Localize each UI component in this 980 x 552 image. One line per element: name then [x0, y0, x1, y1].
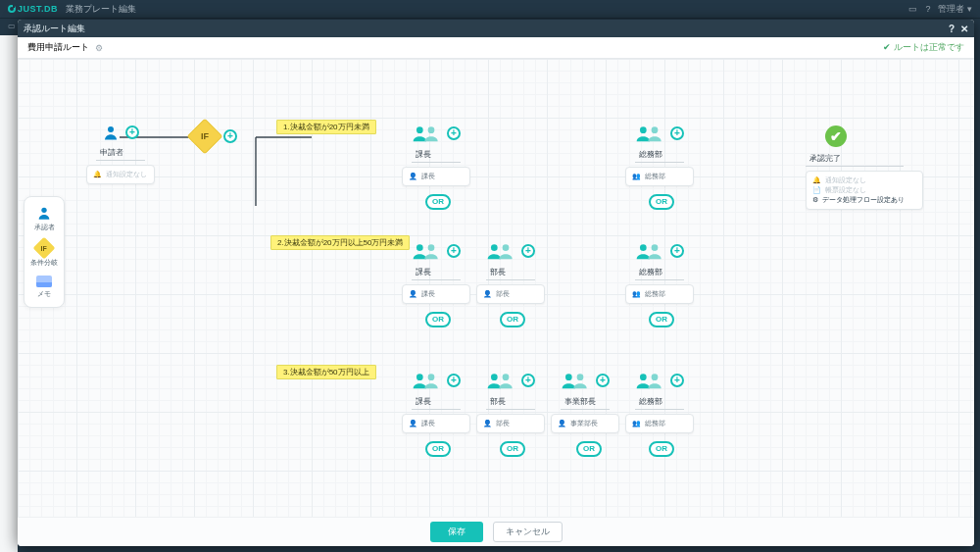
node-label: 承認完了 [806, 153, 904, 167]
or-badge: OR [425, 194, 451, 210]
condition-tag-3[interactable]: 3.決裁金額が50万円以上 [276, 365, 376, 379]
add-node-button[interactable]: + [125, 125, 139, 139]
node-approver-r2-somu[interactable]: + 総務部 👥総務部 [625, 241, 694, 304]
add-node-button[interactable]: + [521, 244, 535, 258]
svg-point-11 [640, 126, 647, 133]
messages-icon[interactable]: ▭ [908, 4, 917, 14]
add-node-button[interactable]: + [670, 374, 684, 387]
node-detail: 🔔通知設定なし [86, 165, 155, 184]
svg-point-25 [640, 374, 647, 380]
node-approver-r3-bucho[interactable]: + 部長 👤部長 [476, 371, 545, 433]
svg-point-14 [428, 244, 435, 251]
group-icon [412, 371, 441, 390]
add-node-button[interactable]: + [447, 374, 461, 387]
modal-help-icon[interactable]: ? [949, 24, 955, 34]
node-decision[interactable]: IF + [192, 124, 237, 149]
modal-close-icon[interactable]: ✕ [960, 24, 968, 34]
svg-point-23 [565, 374, 572, 380]
node-approver-r2-bucho[interactable]: + 部長 👤部長 [476, 241, 545, 304]
node-approver-r2-kacho[interactable]: + 課長 👤課長 [402, 241, 470, 304]
node-applicant[interactable]: + 申請者 🔔通知設定なし [86, 124, 155, 184]
bell-icon: 🔔 [93, 171, 102, 178]
modal-footer: 保存 キャンセル [18, 517, 974, 546]
or-badge: OR [649, 441, 674, 457]
bell-icon: 🔔 [812, 176, 821, 184]
svg-point-17 [640, 244, 647, 251]
svg-point-9 [416, 126, 423, 133]
svg-point-13 [416, 244, 423, 251]
or-badge: OR [500, 441, 525, 457]
route-settings-icon[interactable]: ⚙ [95, 43, 103, 53]
modal-header: 承認ルート編集 ? ✕ [18, 20, 974, 37]
background-panel [0, 35, 18, 552]
modal-subheader: 費用申請ルート ⚙ ルートは正常です [18, 37, 974, 59]
node-approver-r3-somu[interactable]: + 総務部 👥総務部 [625, 371, 694, 433]
modal-title: 承認ルート編集 [24, 23, 85, 35]
svg-point-0 [41, 208, 46, 213]
svg-point-15 [491, 244, 498, 251]
document-icon: 📄 [812, 186, 821, 194]
app-topbar: JUST.DB 業務プレート編集 ▭ ? 管理者 ▾ [0, 0, 980, 18]
or-badge: OR [425, 312, 451, 327]
svg-point-22 [503, 374, 510, 380]
app-section-title: 業務プレート編集 [66, 3, 136, 16]
group-icon [412, 241, 441, 261]
node-approver-r1-somu[interactable]: + 総務部 👥総務部 [625, 124, 694, 186]
svg-point-24 [577, 374, 584, 380]
or-badge: OR [649, 194, 674, 210]
svg-point-8 [108, 126, 114, 132]
svg-point-20 [428, 374, 435, 380]
check-icon: ✔ [825, 125, 847, 147]
add-node-button[interactable]: + [223, 129, 237, 143]
connectors [18, 59, 312, 206]
person-icon [36, 205, 52, 221]
svg-point-21 [491, 374, 498, 380]
svg-point-10 [428, 126, 435, 133]
svg-point-16 [503, 244, 510, 251]
save-button[interactable]: 保存 [430, 522, 483, 542]
node-label: 課長 [412, 149, 461, 163]
group-icon [635, 241, 664, 261]
memo-icon [36, 276, 52, 287]
condition-tag-2[interactable]: 2.決裁金額が20万円以上50万円未満 [270, 235, 410, 250]
group-icon [635, 371, 664, 390]
route-name: 費用申請ルート [27, 41, 89, 54]
svg-point-19 [416, 374, 423, 380]
cancel-button[interactable]: キャンセル [493, 522, 563, 542]
add-node-button[interactable]: + [447, 244, 461, 258]
add-node-button[interactable]: + [596, 374, 610, 387]
route-status: ルートは正常です [883, 41, 964, 54]
or-badge: OR [500, 312, 525, 327]
add-node-button[interactable]: + [670, 126, 684, 140]
or-badge: OR [576, 441, 602, 457]
group-icon [561, 371, 590, 390]
add-node-button[interactable]: + [521, 374, 535, 387]
group-icon [486, 371, 515, 390]
help-icon[interactable]: ? [925, 4, 930, 14]
node-approver-r3-jigyobucho[interactable]: + 事業部長 👤事業部長 [551, 371, 619, 433]
node-complete[interactable]: ✔ 承認完了 🔔通知設定なし 📄帳票設定なし ⚙データ処理フロー設定あり [806, 125, 923, 210]
flow-icon: ⚙ [812, 196, 818, 204]
palette-memo[interactable]: メモ [36, 276, 52, 299]
node-approver-r3-kacho[interactable]: + 課長 👤課長 [402, 371, 470, 433]
add-node-button[interactable]: + [447, 126, 461, 140]
svg-point-18 [652, 244, 659, 251]
or-badge: OR [425, 441, 451, 457]
user-menu[interactable]: 管理者 ▾ [938, 3, 972, 16]
app-logo: JUST.DB [8, 4, 58, 14]
svg-point-26 [652, 374, 659, 380]
route-editor-modal: 承認ルート編集 ? ✕ 費用申請ルート ⚙ ルートは正常です 承認者 IF 条件… [18, 20, 974, 546]
node-approver-r1-kacho[interactable]: + 課長 👤課長 [402, 124, 470, 186]
node-palette: 承認者 IF 条件分岐 メモ [24, 196, 65, 308]
condition-tag-1[interactable]: 1.決裁金額が20万円未満 [276, 120, 376, 134]
group-icon [635, 124, 664, 143]
palette-condition[interactable]: IF 条件分岐 [30, 240, 58, 268]
canvas[interactable]: 承認者 IF 条件分岐 メモ [18, 59, 974, 517]
or-badge: OR [649, 312, 674, 327]
add-node-button[interactable]: + [670, 244, 684, 258]
palette-approver[interactable]: 承認者 [34, 205, 55, 232]
diamond-icon: IF [33, 237, 56, 260]
node-label: 総務部 [635, 149, 684, 163]
svg-point-12 [652, 126, 659, 133]
person-icon [102, 124, 120, 141]
